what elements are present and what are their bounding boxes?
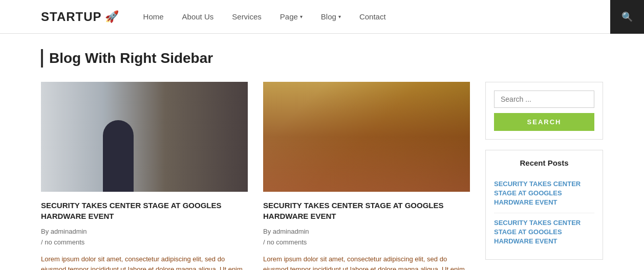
search-icon: 🔍: [621, 11, 633, 22]
main-container: Blog With Right Sidebar SECURITY TAKES C…: [0, 34, 644, 270]
sidebar-search-button[interactable]: SEARCH: [494, 113, 594, 131]
post-comments-2: / no comments: [263, 238, 307, 246]
page-title: Blog With Right Sidebar: [49, 50, 213, 66]
post-title-2: SECURITY TAKES CENTER STAGE AT GOOGLES H…: [263, 200, 470, 221]
main-nav: Home About Us Services Page ▾ Blog ▾ Con…: [134, 0, 610, 34]
nav-item-home[interactable]: Home: [134, 0, 173, 34]
nav-item-about[interactable]: About Us: [173, 0, 223, 34]
logo-icon: 🚀: [105, 10, 119, 24]
header: STARTUP 🚀 Home About Us Services Page ▾ …: [0, 0, 644, 34]
nav-item-contact[interactable]: Contact: [350, 0, 395, 34]
nav-blog-label: Blog: [321, 12, 336, 21]
posts-grid: SECURITY TAKES CENTER STAGE AT GOOGLES H…: [41, 82, 470, 270]
logo[interactable]: STARTUP 🚀: [41, 10, 119, 24]
post-meta-1: By adminadmin / no comments: [41, 227, 248, 248]
post-title-1: SECURITY TAKES CENTER STAGE AT GOOGLES H…: [41, 200, 248, 221]
post-content-1: SECURITY TAKES CENTER STAGE AT GOOGLES H…: [41, 192, 248, 270]
title-bar-decoration: [41, 49, 43, 68]
nav-services-label: Services: [232, 12, 262, 21]
recent-post-link-2[interactable]: SECURITY TAKES CENTER STAGE AT GOOGLES H…: [494, 218, 594, 246]
post-author-2: By adminadmin: [263, 228, 309, 235]
nav-page-label: Page: [280, 12, 298, 21]
page-title-wrapper: Blog With Right Sidebar: [41, 49, 603, 68]
sidebar-search-input[interactable]: [494, 91, 594, 108]
nav-item-blog[interactable]: Blog ▾: [312, 0, 350, 34]
logo-text: STARTUP: [41, 10, 102, 24]
header-search-button[interactable]: 🔍: [610, 0, 644, 34]
post-image-1: [41, 82, 248, 192]
recent-post-link-1[interactable]: SECURITY TAKES CENTER STAGE AT GOOGLES H…: [494, 179, 594, 208]
post-excerpt-1: Lorem ipsum dolor sit amet, consectetur …: [41, 254, 248, 270]
nav-item-page[interactable]: Page ▾: [271, 0, 312, 34]
post-comments-1: / no comments: [41, 238, 84, 246]
nav-item-services[interactable]: Services: [223, 0, 271, 34]
page-dropdown-arrow-icon: ▾: [300, 14, 303, 19]
post-card: SECURITY TAKES CENTER STAGE AT GOOGLES H…: [41, 82, 248, 270]
post-content-2: SECURITY TAKES CENTER STAGE AT GOOGLES H…: [263, 192, 470, 270]
post-author-1: By adminadmin: [41, 228, 87, 235]
blog-dropdown-arrow-icon: ▾: [338, 14, 341, 19]
post-meta-2: By adminadmin / no comments: [263, 227, 470, 248]
post-image-2: [263, 82, 470, 192]
sidebar-search-widget: SEARCH: [485, 82, 603, 140]
recent-posts-title: Recent Posts: [494, 159, 594, 167]
nav-contact-label: Contact: [359, 12, 386, 21]
content-wrapper: SECURITY TAKES CENTER STAGE AT GOOGLES H…: [41, 82, 603, 270]
nav-about-label: About Us: [182, 12, 214, 21]
recent-post-item: SECURITY TAKES CENTER STAGE AT GOOGLES H…: [494, 174, 594, 213]
recent-post-item: SECURITY TAKES CENTER STAGE AT GOOGLES H…: [494, 213, 594, 252]
post-excerpt-2: Lorem ipsum dolor sit amet, consectetur …: [263, 254, 470, 270]
sidebar: SEARCH Recent Posts SECURITY TAKES CENTE…: [485, 82, 603, 270]
post-card: SECURITY TAKES CENTER STAGE AT GOOGLES H…: [263, 82, 470, 270]
recent-posts-widget: Recent Posts SECURITY TAKES CENTER STAGE…: [485, 150, 603, 260]
